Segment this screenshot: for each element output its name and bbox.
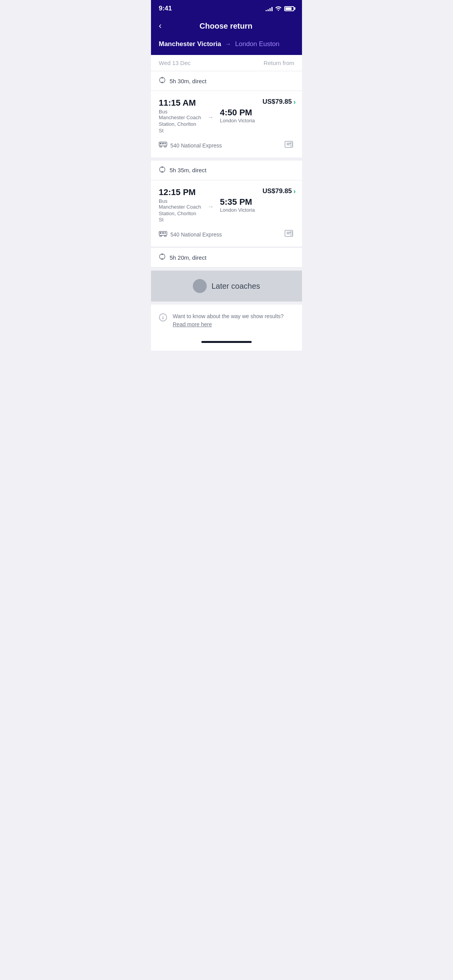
- date-bar: Wed 13 Dec Return from: [151, 55, 302, 71]
- svg-point-20: [160, 235, 161, 237]
- duration-icon-1: [159, 77, 166, 85]
- operator-name-1: 540 National Express: [170, 142, 222, 149]
- trip-arrive-1: 4:50 PM London Victoria: [220, 108, 263, 124]
- arrive-station-2: London Victoria: [220, 207, 263, 214]
- later-coaches-circle-icon: [193, 279, 207, 293]
- svg-rect-6: [165, 143, 166, 144]
- price-arrow-icon-1: ›: [293, 98, 296, 106]
- trip-card-2[interactable]: 12:15 PM Bus Manchester Coach Station, C…: [151, 180, 302, 247]
- trip-operator-1: 540 National Express: [159, 141, 222, 149]
- page-title: Choose return: [165, 22, 287, 31]
- back-button[interactable]: ‹: [159, 19, 165, 33]
- duration-icon-3: [159, 253, 166, 262]
- trip-operator-2: 540 National Express: [159, 231, 222, 239]
- svg-point-7: [160, 146, 161, 147]
- home-indicator: [151, 336, 302, 351]
- status-bar: 9:41: [151, 0, 302, 15]
- trip-depart-1: 11:15 AM Bus Manchester Coach Station, C…: [159, 98, 201, 134]
- battery-icon: [284, 6, 294, 11]
- depart-time-2: 12:15 PM: [159, 187, 201, 197]
- wifi-icon: [275, 5, 282, 12]
- signal-icon: [266, 6, 273, 11]
- date-label: Wed 13 Dec: [159, 60, 190, 66]
- ticket-icon-1: [283, 139, 294, 152]
- depart-station-1: Manchester Coach Station, Chorlton St: [159, 115, 201, 134]
- depart-type-1: Bus: [159, 109, 201, 115]
- svg-rect-30: [163, 317, 163, 319]
- price-arrow-icon-2: ›: [293, 187, 296, 195]
- trip-times-2: 12:15 PM Bus Manchester Coach Station, C…: [159, 187, 263, 224]
- trip-price-area-2: US$79.85 ›: [263, 187, 296, 195]
- svg-point-8: [165, 146, 166, 147]
- svg-point-21: [165, 235, 166, 237]
- svg-rect-31: [163, 316, 163, 317]
- depart-station-2: Manchester Coach Station, Chorlton St: [159, 204, 201, 224]
- trip-price-area-1: US$79.85 ›: [263, 98, 296, 106]
- route-origin: Manchester Victoria: [159, 40, 221, 48]
- route-arrow-icon: →: [225, 41, 231, 48]
- info-text: Want to know about the way we show resul…: [173, 312, 294, 329]
- trip-arrow-icon-1: →: [206, 114, 215, 121]
- duration-row-3: 5h 20m, direct: [151, 247, 302, 267]
- svg-rect-18: [162, 232, 164, 234]
- svg-rect-17: [160, 232, 161, 234]
- trip-footer-2: 540 National Express: [151, 228, 302, 247]
- svg-rect-11: [287, 144, 290, 145]
- arrive-station-1: London Victoria: [220, 118, 263, 124]
- bus-icon-1: [159, 141, 167, 149]
- later-coaches-label: Later coaches: [211, 282, 260, 291]
- svg-point-28: [161, 258, 163, 260]
- return-label: Return from: [264, 60, 294, 66]
- svg-point-2: [161, 82, 163, 83]
- trip-price-1: US$79.85: [263, 98, 292, 106]
- route-bar: Manchester Victoria → London Euston: [151, 40, 302, 55]
- duration-row-1: 5h 30m, direct: [151, 71, 302, 91]
- status-icons: [266, 5, 294, 12]
- trip-arrow-icon-2: →: [206, 203, 215, 210]
- svg-rect-4: [160, 143, 161, 144]
- info-icon: [159, 313, 167, 324]
- duration-icon-2: [159, 166, 166, 175]
- svg-point-1: [161, 77, 163, 79]
- route-destination: London Euston: [235, 40, 279, 48]
- svg-point-27: [161, 254, 163, 255]
- info-link[interactable]: Read more here: [173, 321, 212, 327]
- svg-rect-24: [287, 233, 290, 234]
- operator-name-2: 540 National Express: [170, 231, 222, 238]
- info-section: Want to know about the way we show resul…: [151, 305, 302, 336]
- status-time: 9:41: [159, 5, 172, 12]
- depart-type-2: Bus: [159, 198, 201, 204]
- depart-time-1: 11:15 AM: [159, 98, 201, 108]
- later-coaches-button[interactable]: Later coaches: [151, 271, 302, 302]
- svg-point-15: [161, 171, 163, 173]
- trip-main-1: 11:15 AM Bus Manchester Coach Station, C…: [151, 91, 302, 139]
- svg-rect-19: [165, 232, 166, 234]
- trip-card-1[interactable]: 11:15 AM Bus Manchester Coach Station, C…: [151, 91, 302, 158]
- header: ‹ Choose return: [151, 15, 302, 40]
- bus-icon-2: [159, 231, 167, 239]
- svg-rect-5: [162, 143, 164, 144]
- trip-times-1: 11:15 AM Bus Manchester Coach Station, C…: [159, 98, 263, 134]
- arrive-time-1: 4:50 PM: [220, 108, 263, 118]
- duration-text-1: 5h 30m, direct: [170, 78, 206, 84]
- trip-main-2: 12:15 PM Bus Manchester Coach Station, C…: [151, 180, 302, 228]
- svg-point-14: [161, 166, 163, 168]
- duration-row-2: 5h 35m, direct: [151, 161, 302, 180]
- ticket-icon-2: [283, 228, 294, 241]
- arrive-time-2: 5:35 PM: [220, 197, 263, 207]
- duration-text-3: 5h 20m, direct: [170, 254, 206, 261]
- trip-arrive-2: 5:35 PM London Victoria: [220, 197, 263, 214]
- trip-depart-2: 12:15 PM Bus Manchester Coach Station, C…: [159, 187, 201, 224]
- home-bar: [201, 341, 252, 343]
- trip-footer-1: 540 National Express: [151, 139, 302, 158]
- duration-text-2: 5h 35m, direct: [170, 167, 206, 173]
- trip-price-2: US$79.85: [263, 187, 292, 195]
